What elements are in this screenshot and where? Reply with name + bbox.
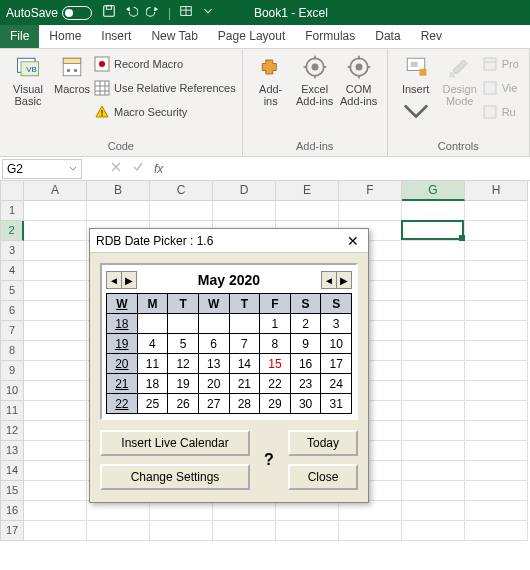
day-cell[interactable]: 10 (321, 334, 352, 354)
day-cell[interactable]: 8 (260, 334, 291, 354)
row-head[interactable]: 11 (0, 401, 24, 421)
table-icon[interactable] (179, 4, 193, 21)
day-cell[interactable]: 30 (290, 394, 321, 414)
cell[interactable] (150, 201, 213, 221)
row-head[interactable]: 14 (0, 461, 24, 481)
day-cell[interactable]: 19 (168, 374, 199, 394)
close-button[interactable]: Close (288, 464, 358, 490)
row-head[interactable]: 2 (0, 221, 24, 241)
day-cell[interactable]: 6 (198, 334, 229, 354)
day-cell[interactable]: 12 (168, 354, 199, 374)
cell[interactable] (24, 301, 87, 321)
tab-rev[interactable]: Rev (411, 25, 452, 48)
cell[interactable] (402, 201, 465, 221)
day-cell[interactable]: 1 (260, 314, 291, 334)
row-head[interactable]: 3 (0, 241, 24, 261)
row-head[interactable]: 4 (0, 261, 24, 281)
day-cell[interactable]: 14 (229, 354, 260, 374)
cell[interactable] (87, 501, 150, 521)
day-cell[interactable]: 7 (229, 334, 260, 354)
day-cell[interactable]: 31 (321, 394, 352, 414)
row-head[interactable]: 12 (0, 421, 24, 441)
cell[interactable] (465, 261, 528, 281)
cell[interactable] (276, 521, 339, 541)
chevron-down-icon[interactable] (201, 4, 215, 21)
next-year-button[interactable]: ▶ (336, 271, 352, 289)
cell[interactable] (87, 201, 150, 221)
day-cell[interactable]: 29 (260, 394, 291, 414)
day-cell[interactable]: 24 (321, 374, 352, 394)
cell[interactable] (402, 501, 465, 521)
day-cell[interactable]: 26 (168, 394, 199, 414)
cell[interactable] (24, 381, 87, 401)
cell[interactable] (465, 301, 528, 321)
tab-insert[interactable]: Insert (91, 25, 141, 48)
cell[interactable] (465, 241, 528, 261)
cell[interactable] (24, 501, 87, 521)
addins-button[interactable]: Add- ins (249, 51, 293, 138)
cell[interactable] (402, 241, 465, 261)
col-head[interactable]: G (402, 181, 465, 201)
week-number[interactable]: 20 (107, 354, 138, 374)
tab-data[interactable]: Data (365, 25, 410, 48)
help-button[interactable]: ? (256, 430, 282, 490)
cell[interactable] (465, 521, 528, 541)
day-cell[interactable]: 16 (290, 354, 321, 374)
macros-button[interactable]: Macros (50, 51, 94, 138)
cell[interactable] (213, 201, 276, 221)
day-cell[interactable]: 23 (290, 374, 321, 394)
fx-icon[interactable]: fx (154, 162, 163, 176)
cell[interactable] (339, 501, 402, 521)
tab-formulas[interactable]: Formulas (295, 25, 365, 48)
day-cell[interactable]: 22 (260, 374, 291, 394)
redo-icon[interactable] (146, 4, 160, 21)
day-cell[interactable]: 20 (198, 374, 229, 394)
cell[interactable] (402, 401, 465, 421)
col-head[interactable]: A (24, 181, 87, 201)
select-all-corner[interactable] (0, 181, 24, 201)
cell[interactable] (402, 301, 465, 321)
cell[interactable] (213, 501, 276, 521)
row-head[interactable]: 7 (0, 321, 24, 341)
cell[interactable] (24, 461, 87, 481)
save-icon[interactable] (102, 4, 116, 21)
day-cell[interactable]: 4 (137, 334, 168, 354)
tab-new-tab[interactable]: New Tab (141, 25, 207, 48)
cell[interactable] (465, 321, 528, 341)
cell[interactable] (150, 501, 213, 521)
col-head[interactable]: H (465, 181, 528, 201)
cell[interactable] (24, 341, 87, 361)
cell[interactable] (24, 481, 87, 501)
today-button[interactable]: Today (288, 430, 358, 456)
prev-year-button[interactable]: ◄ (106, 271, 122, 289)
macro-security-button[interactable]: ! Macro Security (94, 101, 236, 123)
day-cell[interactable]: 17 (321, 354, 352, 374)
cell[interactable] (465, 441, 528, 461)
record-macro-button[interactable]: Record Macro (94, 53, 236, 75)
cell[interactable] (465, 341, 528, 361)
cell[interactable] (339, 201, 402, 221)
cell[interactable] (87, 521, 150, 541)
col-head[interactable]: E (276, 181, 339, 201)
cell[interactable] (24, 441, 87, 461)
cell[interactable] (24, 401, 87, 421)
visual-basic-button[interactable]: VB Visual Basic (6, 51, 50, 138)
day-cell[interactable]: 18 (137, 374, 168, 394)
cell[interactable] (402, 461, 465, 481)
insert-live-button[interactable]: Insert Live Calendar (100, 430, 250, 456)
cell[interactable] (24, 241, 87, 261)
day-cell[interactable]: 27 (198, 394, 229, 414)
day-cell[interactable]: 3 (321, 314, 352, 334)
cell[interactable] (465, 281, 528, 301)
cell[interactable] (402, 221, 465, 241)
row-head[interactable]: 6 (0, 301, 24, 321)
insert-control-button[interactable]: Insert (394, 51, 438, 138)
row-head[interactable]: 8 (0, 341, 24, 361)
cell[interactable] (402, 381, 465, 401)
cell[interactable] (24, 281, 87, 301)
row-head[interactable]: 10 (0, 381, 24, 401)
properties-button[interactable]: Pro (482, 53, 519, 75)
cell[interactable] (465, 221, 528, 241)
cell[interactable] (24, 521, 87, 541)
prev-month-button[interactable]: ▶ (121, 271, 137, 289)
